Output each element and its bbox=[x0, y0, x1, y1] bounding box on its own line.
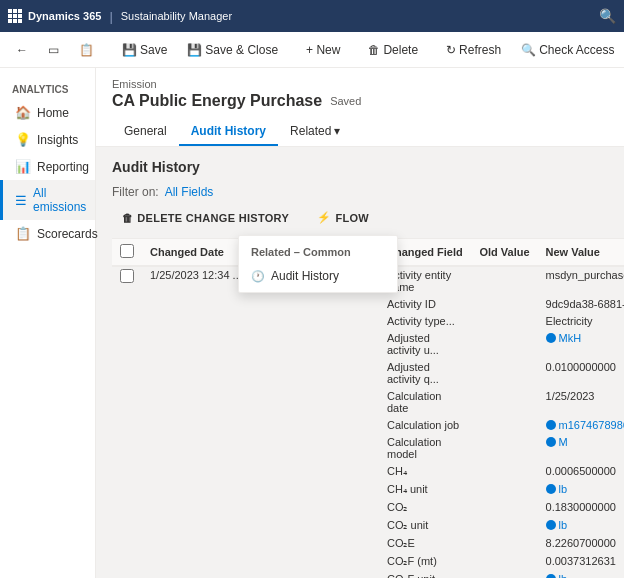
changed-field-cell: CO₂F unit bbox=[379, 571, 471, 579]
record-link-icon bbox=[546, 484, 556, 494]
window-icon: ▭ bbox=[48, 43, 59, 57]
sidebar-item-home[interactable]: 🏠 Home bbox=[0, 99, 95, 126]
window-button[interactable]: ▭ bbox=[40, 39, 67, 61]
new-value-cell: 0.0100000000 bbox=[538, 359, 624, 388]
search-icon[interactable]: 🔍 bbox=[599, 8, 616, 24]
new-value-text: lb bbox=[559, 483, 568, 495]
new-value-cell: M bbox=[538, 434, 624, 463]
new-value-text: MkH bbox=[559, 332, 582, 344]
new-value-cell: Electricity bbox=[538, 313, 624, 330]
record-link-icon bbox=[546, 420, 556, 430]
flow-audit-label: FLOW bbox=[335, 212, 369, 224]
command-bar: ← ▭ 📋 💾 Save 💾 Save & Close + New 🗑 Dele… bbox=[0, 32, 624, 68]
changed-field-cell: Calculation job bbox=[379, 417, 471, 434]
related-dropdown: Related – Common 🕐 Audit History bbox=[238, 235, 398, 293]
sidebar-item-label: Home bbox=[37, 106, 69, 120]
old-value-cell bbox=[471, 266, 537, 296]
tab-related-label: Related bbox=[290, 124, 331, 138]
sidebar-section-analytics: Analytics bbox=[0, 76, 95, 99]
app-grid-icon bbox=[8, 9, 22, 23]
old-value-cell bbox=[471, 296, 537, 313]
col-checkbox bbox=[112, 239, 142, 267]
filter-label: Filter on: bbox=[112, 185, 159, 199]
new-value-cell: m16746789862358 bbox=[538, 417, 624, 434]
changed-field-cell: Calculation date bbox=[379, 388, 471, 417]
sidebar-item-label: Reporting bbox=[37, 160, 89, 174]
new-value-cell: 0.0037312631 bbox=[538, 553, 624, 571]
changed-field-cell: CH₄ unit bbox=[379, 481, 471, 499]
dynamics-logo[interactable]: Dynamics 365 bbox=[8, 9, 101, 23]
record-link-icon bbox=[546, 437, 556, 447]
old-value-cell bbox=[471, 481, 537, 499]
tab-related[interactable]: Related ▾ bbox=[278, 118, 352, 146]
old-value-cell bbox=[471, 388, 537, 417]
changed-field-cell: CH₄ bbox=[379, 463, 471, 481]
dropdown-item-audit-history[interactable]: 🕐 Audit History bbox=[239, 264, 397, 288]
sidebar-item-insights[interactable]: 💡 Insights bbox=[0, 126, 95, 153]
check-access-label: Check Access bbox=[539, 43, 614, 57]
changed-field-cell: CO₂F (mt) bbox=[379, 553, 471, 571]
refresh-button[interactable]: ↻ Refresh bbox=[438, 39, 509, 61]
tabs: General Audit History Related ▾ bbox=[112, 118, 608, 146]
old-value-cell bbox=[471, 553, 537, 571]
delete-label: Delete bbox=[383, 43, 418, 57]
new-value-cell: 1/25/2023 bbox=[538, 388, 624, 417]
save-close-button[interactable]: 💾 Save & Close bbox=[179, 39, 286, 61]
filter-row: Filter on: All Fields bbox=[112, 185, 608, 199]
sidebar-item-reporting[interactable]: 📊 Reporting bbox=[0, 153, 95, 180]
sidebar-item-all-emissions[interactable]: ☰ All emissions bbox=[0, 180, 95, 220]
select-all-checkbox[interactable] bbox=[120, 244, 134, 258]
changed-field-cell: Adjusted activity q... bbox=[379, 359, 471, 388]
event-cell[interactable]: Create bbox=[330, 266, 379, 578]
new-value-cell: 0.1830000000 bbox=[538, 499, 624, 517]
new-value-text: lb bbox=[559, 573, 568, 578]
record-link-icon bbox=[546, 520, 556, 530]
insights-icon: 💡 bbox=[15, 132, 31, 147]
delete-icon: 🗑 bbox=[368, 43, 380, 57]
sidebar-item-label: All emissions bbox=[33, 186, 86, 214]
filter-value[interactable]: All Fields bbox=[165, 185, 214, 199]
row-checkbox-cell bbox=[112, 266, 142, 578]
new-value-text: M bbox=[559, 436, 568, 448]
record-link-icon bbox=[546, 333, 556, 343]
record-link-icon bbox=[546, 574, 556, 578]
nav-divider: | bbox=[109, 9, 112, 24]
new-button[interactable]: + New bbox=[298, 39, 348, 61]
old-value-cell bbox=[471, 330, 537, 359]
col-old-value: Old Value bbox=[471, 239, 537, 267]
save-close-label: Save & Close bbox=[205, 43, 278, 57]
new-value-text: m16746789862358 bbox=[559, 419, 624, 431]
new-value-cell: lb bbox=[538, 517, 624, 535]
old-value-cell bbox=[471, 463, 537, 481]
delete-change-history-button[interactable]: 🗑 DELETE CHANGE HISTORY bbox=[112, 208, 299, 228]
refresh-icon: ↻ bbox=[446, 43, 456, 57]
save-icon: 💾 bbox=[122, 43, 137, 57]
sidebar-item-label: Insights bbox=[37, 133, 78, 147]
sidebar-item-scorecards[interactable]: 📋 Scorecards bbox=[0, 220, 95, 247]
changed-field-cell: Activity ID bbox=[379, 296, 471, 313]
changed-by-cell[interactable]: Eyal Schwartz bbox=[250, 266, 330, 578]
app-label: Sustainability Manager bbox=[121, 10, 232, 22]
tab-related-arrow-icon: ▾ bbox=[334, 124, 340, 138]
save-close-icon: 💾 bbox=[187, 43, 202, 57]
old-value-cell bbox=[471, 517, 537, 535]
flow-audit-button[interactable]: ⚡ FLOW bbox=[307, 207, 379, 228]
back-button[interactable]: ← bbox=[8, 39, 36, 61]
changed-field-cell: Activity type... bbox=[379, 313, 471, 330]
reporting-icon: 📊 bbox=[15, 159, 31, 174]
new-value-cell: lb bbox=[538, 481, 624, 499]
new-value-text: lb bbox=[559, 519, 568, 531]
row-select-checkbox[interactable] bbox=[120, 269, 134, 283]
check-access-button[interactable]: 🔍 Check Access bbox=[513, 39, 622, 61]
clipboard-button[interactable]: 📋 bbox=[71, 39, 102, 61]
save-label: Save bbox=[140, 43, 167, 57]
dropdown-header: Related – Common bbox=[239, 240, 397, 264]
tab-audit-history[interactable]: Audit History bbox=[179, 118, 278, 146]
delete-change-history-label: DELETE CHANGE HISTORY bbox=[137, 212, 289, 224]
save-button[interactable]: 💾 Save bbox=[114, 39, 175, 61]
delete-button[interactable]: 🗑 Delete bbox=[360, 39, 426, 61]
changed-field-cell: Adjusted activity u... bbox=[379, 330, 471, 359]
tab-general[interactable]: General bbox=[112, 118, 179, 146]
old-value-cell bbox=[471, 499, 537, 517]
new-value-cell: msdyn_purchasedenergy bbox=[538, 266, 624, 296]
